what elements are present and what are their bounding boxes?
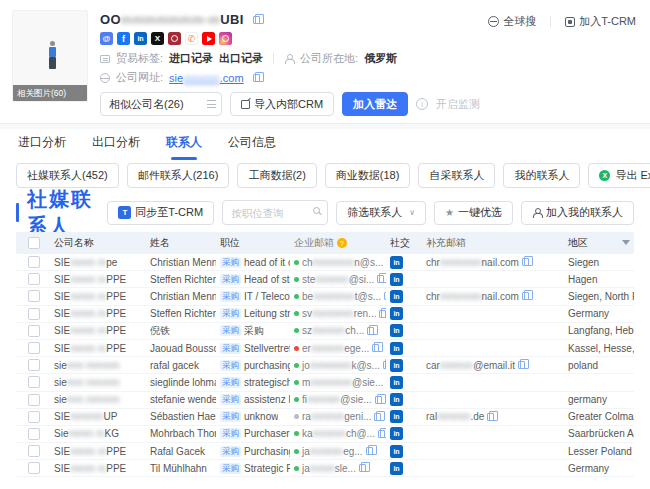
copy-icon[interactable] <box>253 74 260 82</box>
row-checkbox[interactable] <box>28 359 40 371</box>
search-icon[interactable] <box>313 207 320 214</box>
copy-icon[interactable] <box>522 292 529 300</box>
linkedin-badge[interactable]: in <box>390 342 403 355</box>
youtube-icon[interactable] <box>202 32 215 45</box>
help-badge-icon[interactable] <box>337 238 347 248</box>
export-record-label[interactable]: 出口记录 <box>219 51 263 66</box>
subtab-commercial-data[interactable]: 商业数据(18) <box>325 163 411 188</box>
linkedin-badge[interactable]: in <box>390 410 403 423</box>
tab-import-analysis[interactable]: 进口分析 <box>18 134 66 160</box>
copy-icon[interactable] <box>518 361 525 369</box>
linkedin-badge[interactable]: in <box>390 445 403 458</box>
linkedin-badge[interactable]: in <box>390 273 403 286</box>
copy-icon[interactable] <box>367 327 374 335</box>
copy-icon[interactable] <box>384 292 386 300</box>
linkedin-badge[interactable]: in <box>390 462 403 475</box>
linkedin-badge[interactable]: in <box>390 393 403 406</box>
row-checkbox[interactable] <box>28 428 40 440</box>
text-visible: SIE <box>54 463 70 474</box>
similar-company-input[interactable] <box>100 92 222 116</box>
copy-icon[interactable] <box>383 361 386 369</box>
position-text: Purchaser <box>244 428 290 439</box>
copy-icon[interactable] <box>359 464 366 472</box>
copy-icon[interactable] <box>378 430 385 438</box>
company-name-cell: Siemmm mKG <box>50 426 146 442</box>
import-internal-crm-button[interactable]: 导入内部CRM <box>230 92 334 116</box>
row-checkbox[interactable] <box>28 342 40 354</box>
email-status-dot <box>294 431 299 436</box>
list-icon[interactable] <box>207 100 216 108</box>
row-checkbox[interactable] <box>28 325 40 337</box>
export-excel-button[interactable]: 导出 Excel ∨ <box>588 163 650 188</box>
row-checkbox[interactable] <box>28 394 40 406</box>
row-checkbox[interactable] <box>28 308 40 320</box>
text-visible: car <box>426 360 440 371</box>
copy-icon[interactable] <box>372 344 379 352</box>
pinterest-icon[interactable] <box>168 32 181 45</box>
social-cell: in <box>386 340 422 356</box>
copy-icon[interactable] <box>487 413 494 421</box>
title-accent-bar <box>16 203 19 222</box>
position-text: purchasing e... <box>244 360 290 371</box>
website-link[interactable]: siemmmm.com <box>169 72 244 84</box>
global-search-button[interactable]: 全球搜 <box>488 14 536 29</box>
filter-icon[interactable] <box>622 240 630 245</box>
text-blurred: mmm m <box>70 257 106 268</box>
subtab-social-contacts[interactable]: 社媒联系人(452) <box>16 163 119 188</box>
table-row: SIEmmm mPPERafal Gacek采购Purchasing ...ja… <box>16 443 634 460</box>
supplementary-email-cell <box>422 340 564 356</box>
copy-icon[interactable] <box>375 396 382 404</box>
copy-icon[interactable] <box>522 258 529 266</box>
filter-contacts-dropdown[interactable]: 筛选联系人∨ <box>336 201 426 225</box>
copy-icon[interactable] <box>377 275 384 283</box>
start-monitoring-label[interactable]: 开启监测 <box>436 97 480 112</box>
phone-icon[interactable] <box>185 32 198 45</box>
row-checkbox[interactable] <box>28 290 40 302</box>
linkedin-badge[interactable]: in <box>390 427 403 440</box>
one-click-optimize-button[interactable]: ★一键优选 <box>434 201 513 225</box>
supplementary-email-cell <box>422 271 564 287</box>
linkedin-badge[interactable]: in <box>390 359 403 372</box>
linkedin-badge[interactable]: in <box>390 307 403 320</box>
add-to-my-contacts-button[interactable]: 加入我的联系人 <box>521 201 634 225</box>
position-search-input[interactable] <box>222 200 328 225</box>
select-all-checkbox[interactable] <box>28 237 40 249</box>
tab-export-analysis[interactable]: 出口分析 <box>92 134 140 160</box>
row-checkbox[interactable] <box>28 445 40 457</box>
copy-icon[interactable] <box>366 447 373 455</box>
position-cell: 采购Purchasing ... <box>216 443 290 459</box>
row-checkbox[interactable] <box>28 256 40 268</box>
row-checkbox[interactable] <box>28 411 40 423</box>
col-name: 姓名 <box>146 232 216 254</box>
info-icon[interactable]: i <box>416 98 428 110</box>
tab-contacts[interactable]: 联系人 <box>166 134 202 160</box>
copy-icon[interactable] <box>374 413 381 421</box>
linkedin-badge[interactable]: in <box>390 290 403 303</box>
row-checkbox[interactable] <box>28 462 40 474</box>
import-record-label[interactable]: 进口记录 <box>169 51 213 66</box>
contact-name-cell: 倪铁 <box>146 323 216 339</box>
linkedin-badge[interactable]: in <box>390 376 403 389</box>
subtab-self-collected[interactable]: 自采联系人 <box>418 163 495 188</box>
row-checkbox[interactable] <box>28 273 40 285</box>
instagram-icon[interactable] <box>219 32 232 45</box>
copy-icon[interactable] <box>379 310 386 318</box>
subtab-email-contacts[interactable]: 邮件联系人(216) <box>127 163 230 188</box>
tab-company-info[interactable]: 公司信息 <box>228 134 276 160</box>
copy-icon[interactable] <box>253 16 260 24</box>
linkedin-icon[interactable] <box>134 32 147 45</box>
linkedin-badge[interactable]: in <box>390 256 403 269</box>
company-image-thumbnail[interactable]: 相关图片(60) <box>12 10 88 102</box>
join-tcrm-button[interactable]: 加入T-CRM <box>565 14 636 29</box>
facebook-icon[interactable] <box>117 32 130 45</box>
text-visible: SIE <box>54 411 70 422</box>
join-radar-button[interactable]: 加入雷达 <box>342 92 408 116</box>
sync-tcrm-button[interactable]: 同步至T-CRM <box>107 201 214 225</box>
linkedin-badge[interactable]: in <box>390 324 403 337</box>
x-icon[interactable] <box>151 32 164 45</box>
subtab-business-registry[interactable]: 工商数据(2) <box>237 163 316 188</box>
text-blurred: mmmmm <box>312 308 354 319</box>
row-checkbox[interactable] <box>28 376 40 388</box>
subtab-my-contacts[interactable]: 我的联系人 <box>503 163 580 188</box>
website-icon[interactable] <box>100 32 113 45</box>
